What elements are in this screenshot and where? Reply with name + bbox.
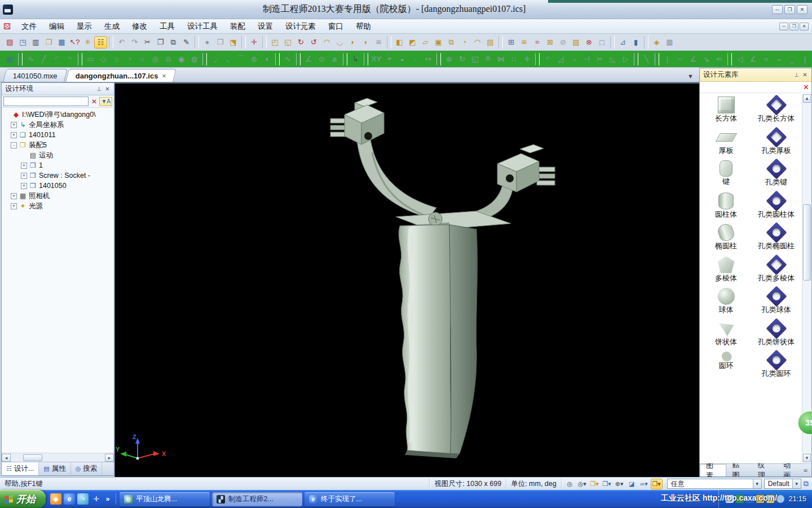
circle-3pt-icon[interactable]: ⊙ bbox=[162, 53, 175, 65]
library-tab[interactable]: 图素 bbox=[700, 464, 726, 476]
library-item[interactable]: 长方体 bbox=[701, 94, 751, 123]
line-icon[interactable]: ╱ bbox=[37, 53, 50, 65]
separator[interactable] bbox=[535, 53, 540, 65]
sketch-edit-icon[interactable]: ▨ bbox=[3, 53, 16, 65]
stamp-icon[interactable]: ≙ bbox=[482, 53, 495, 65]
chevron-down-icon[interactable]: ▼ bbox=[792, 479, 801, 488]
file-preview-icon[interactable]: ◳ bbox=[16, 36, 29, 49]
scroll-up-icon[interactable]: ▲ bbox=[803, 94, 811, 103]
library-item[interactable]: 孔类椭圆柱 bbox=[751, 222, 801, 251]
mirror-icon[interactable]: ⋈ bbox=[495, 53, 508, 65]
tree-expander[interactable]: + bbox=[21, 183, 27, 189]
copy-feature-icon[interactable]: ❒ bbox=[214, 36, 227, 49]
tree-item[interactable]: + ✦ 光源 bbox=[2, 201, 114, 211]
left-panel-tab[interactable]: ☷ 设计... bbox=[2, 462, 39, 475]
tree-expander[interactable]: + bbox=[21, 173, 27, 179]
start-button[interactable]: 开始 bbox=[0, 490, 46, 508]
library-tab[interactable]: 纹理 bbox=[752, 464, 778, 476]
pattern-icon[interactable]: ⊚ bbox=[443, 53, 456, 65]
task-button[interactable]: e 终于实现了... bbox=[304, 492, 395, 506]
separator[interactable] bbox=[436, 53, 441, 65]
leader-icon[interactable]: ↳ bbox=[349, 53, 362, 65]
flat-constraint-icon[interactable]: _ bbox=[785, 53, 798, 65]
filter-icon[interactable]: ▼A bbox=[99, 97, 112, 106]
library-item[interactable]: 键 bbox=[701, 158, 751, 187]
separator[interactable] bbox=[364, 53, 368, 65]
scoop-feature-icon[interactable]: ◔ bbox=[458, 36, 471, 49]
library-item[interactable]: 饼状体 bbox=[701, 318, 751, 347]
doc-minimize-button[interactable]: ─ bbox=[779, 23, 788, 30]
wizard-icon[interactable]: ✳ bbox=[81, 36, 94, 49]
minimize-button[interactable]: ─ bbox=[772, 5, 783, 14]
sweep-cut-icon[interactable]: ◡ bbox=[333, 36, 346, 49]
scroll-thumb[interactable] bbox=[803, 204, 811, 281]
feature-tree-icon[interactable]: ☷ bbox=[94, 36, 107, 49]
patch-icon[interactable]: ▷ bbox=[619, 53, 632, 65]
dim-angle-icon[interactable]: ∠ bbox=[687, 53, 700, 65]
document-tab[interactable]: dangongzhuan...107.ics ✕ bbox=[65, 69, 176, 82]
library-item[interactable]: 多棱体 bbox=[701, 254, 751, 283]
menu-item[interactable]: 显示 bbox=[70, 20, 98, 33]
corner-trim-icon[interactable]: ◺ bbox=[606, 53, 619, 65]
menu-item[interactable]: 装配 bbox=[224, 20, 251, 33]
close-button[interactable]: ✕ bbox=[797, 5, 807, 14]
left-panel-tab[interactable]: ◎ 搜索 bbox=[71, 462, 103, 475]
dot-icon[interactable]: · bbox=[409, 53, 422, 65]
circle-center-icon[interactable]: ◔ bbox=[123, 53, 136, 65]
clear-search-icon[interactable]: ✕ bbox=[90, 98, 98, 106]
menu-item[interactable]: 设计元素 bbox=[279, 20, 322, 33]
circle-radius-icon[interactable]: ◍ bbox=[188, 53, 201, 65]
print-icon[interactable]: ▥ bbox=[29, 36, 42, 49]
close-panel-icon[interactable]: ✕ bbox=[801, 71, 809, 79]
vertical-constraint-icon[interactable]: | bbox=[798, 53, 811, 65]
close-panel-icon[interactable]: ✕ bbox=[103, 85, 112, 93]
chamfer2d-icon[interactable]: ◿ bbox=[554, 53, 567, 65]
open-file-icon[interactable]: ❒ bbox=[42, 36, 55, 49]
rectangle-icon[interactable]: ▭ bbox=[84, 53, 97, 65]
pick-filter-combo[interactable]: 任意 ▼ bbox=[667, 479, 762, 489]
quick-launch-ie-icon[interactable]: e bbox=[64, 493, 75, 505]
tree-expander[interactable]: + bbox=[11, 193, 17, 199]
perspective-icon[interactable]: ∞▾ bbox=[638, 479, 650, 489]
tray-antivirus-icon[interactable] bbox=[736, 495, 744, 503]
separator[interactable] bbox=[644, 36, 648, 49]
tree-item[interactable]: + ▦ 照相机 bbox=[2, 191, 114, 201]
delete-solid-icon[interactable]: ⊠ bbox=[544, 36, 557, 49]
separator[interactable] bbox=[195, 36, 199, 49]
group-cubes-icon[interactable]: ▦ bbox=[663, 36, 676, 49]
tree-expander[interactable]: + bbox=[11, 122, 17, 128]
separator[interactable] bbox=[262, 36, 267, 49]
view-mode-icon[interactable]: ❒▾ bbox=[589, 479, 601, 489]
paste-icon[interactable]: ⧉ bbox=[167, 36, 180, 49]
separator[interactable] bbox=[655, 53, 659, 65]
separator[interactable] bbox=[634, 53, 638, 65]
menu-item[interactable]: 生成 bbox=[98, 20, 126, 33]
eraser-icon[interactable]: ◪ bbox=[626, 479, 638, 489]
dim-dash-icon[interactable]: ╌ bbox=[674, 53, 687, 65]
task-button[interactable]: ▞ 制造工程师2... bbox=[212, 492, 302, 506]
library-tab[interactable]: 动画 bbox=[778, 464, 803, 476]
menu-item[interactable]: 窗口 bbox=[322, 20, 350, 33]
tree-item[interactable]: - ❒ 装配5 bbox=[2, 140, 114, 150]
library-item[interactable]: 孔类键 bbox=[751, 158, 801, 187]
tree-item[interactable]: + ❒ Screw : Socket - bbox=[2, 170, 114, 181]
chevron-down-icon[interactable]: ▼ bbox=[753, 479, 761, 488]
clear-filter-icon[interactable]: ✕ bbox=[803, 83, 809, 91]
shell-feature-icon[interactable]: ▣ bbox=[432, 36, 445, 49]
save-icon[interactable]: ▦ bbox=[55, 36, 68, 49]
viewport-3d[interactable]: Z X Y bbox=[114, 82, 699, 477]
tree-expander[interactable]: - bbox=[11, 142, 17, 148]
quick-launch-more-icon[interactable]: » bbox=[104, 493, 111, 505]
coordinate-icon[interactable]: ✛ bbox=[248, 36, 261, 49]
spline-icon[interactable]: ∿ bbox=[24, 53, 37, 65]
fillet2d-icon[interactable]: ◜ bbox=[541, 53, 554, 65]
style-combo[interactable]: Default ▼ bbox=[764, 479, 801, 489]
zoom-window-icon[interactable]: ◎▾ bbox=[576, 479, 588, 489]
dim-vertical-icon[interactable]: | bbox=[661, 53, 674, 65]
circle-r-icon[interactable]: ⊙ bbox=[315, 53, 328, 65]
bend-feature-icon[interactable]: ◠ bbox=[471, 36, 484, 49]
library-item[interactable]: 圆柱体 bbox=[701, 190, 751, 219]
fillet-feature-icon[interactable]: ◧ bbox=[393, 36, 406, 49]
circle-icon[interactable]: ○ bbox=[136, 53, 149, 65]
shade-mode-icon[interactable]: ❒▾ bbox=[601, 479, 613, 489]
